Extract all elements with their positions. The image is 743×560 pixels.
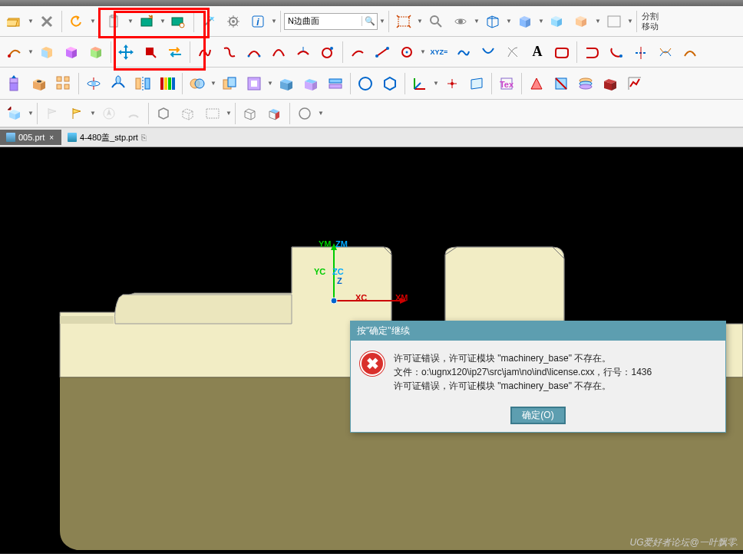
mirror-icon[interactable] <box>131 72 154 95</box>
point-icon[interactable] <box>441 72 464 95</box>
compass-icon[interactable] <box>97 102 121 125</box>
box2-dropdown[interactable]: ▼ <box>595 18 601 25</box>
orbit-icon[interactable] <box>449 10 472 33</box>
text-icon[interactable]: A <box>526 41 549 64</box>
intersect-icon[interactable] <box>243 72 266 95</box>
open-file-icon[interactable] <box>3 10 26 33</box>
color-bars-icon[interactable] <box>156 72 179 95</box>
outline2-icon[interactable] <box>580 41 603 64</box>
hex2-icon[interactable] <box>152 102 175 125</box>
spline2-icon[interactable] <box>218 41 241 64</box>
circle3-icon[interactable] <box>354 72 377 95</box>
tab-active[interactable]: 005.prt × <box>0 130 61 145</box>
wirebox-icon[interactable] <box>239 102 262 125</box>
line2-icon[interactable] <box>371 41 394 64</box>
shaded-dropdown[interactable]: ▼ <box>538 18 544 25</box>
swap-icon[interactable] <box>163 41 187 64</box>
box2-icon[interactable] <box>570 10 593 33</box>
bridge-curve-icon[interactable] <box>243 41 266 64</box>
paste-icon[interactable] <box>103 10 126 33</box>
csys-icon[interactable] <box>408 72 431 95</box>
spline1-icon[interactable] <box>193 41 216 64</box>
line1-icon[interactable] <box>346 41 369 64</box>
info-dropdown[interactable]: ▼ <box>271 18 277 25</box>
command-search[interactable]: 🔍 <box>284 13 378 30</box>
face-color-icon[interactable] <box>525 72 548 95</box>
stop-icon[interactable] <box>139 41 162 64</box>
wcs-box-icon[interactable] <box>3 102 26 125</box>
xyz-icon[interactable]: XYZ= <box>428 41 451 64</box>
sweep-icon[interactable] <box>107 72 130 95</box>
slice-icon[interactable] <box>263 102 286 125</box>
search-input[interactable] <box>285 17 362 26</box>
iso-box1-icon[interactable] <box>35 41 58 64</box>
outline1-icon[interactable] <box>550 41 573 64</box>
svg-rect-51 <box>329 84 342 88</box>
hole-icon[interactable] <box>28 72 51 95</box>
box1-icon[interactable] <box>546 10 569 33</box>
wireframe-cube-icon[interactable] <box>481 10 504 33</box>
hexagon-icon[interactable] <box>378 72 401 95</box>
ok-button[interactable]: 确定(O) <box>510 407 565 424</box>
solid2-icon[interactable] <box>167 10 190 33</box>
dotted-box-icon[interactable] <box>177 102 200 125</box>
plane-icon[interactable] <box>465 72 488 95</box>
wand-icon[interactable] <box>197 10 220 33</box>
undo-icon[interactable] <box>65 10 88 33</box>
subtract-icon[interactable] <box>218 72 241 95</box>
split-move-button[interactable]: 分割移动 <box>640 12 660 30</box>
delete-icon[interactable] <box>35 10 58 33</box>
outline3-icon[interactable] <box>605 41 628 64</box>
arc-icon[interactable] <box>267 41 290 64</box>
trim-icon[interactable] <box>629 41 652 64</box>
orbit-dropdown[interactable]: ▼ <box>474 18 480 25</box>
move-arrows-icon[interactable] <box>114 41 137 64</box>
end-icon[interactable] <box>679 41 702 64</box>
solid-create-icon[interactable] <box>135 10 158 33</box>
edge-icon[interactable] <box>550 72 573 95</box>
arc2-icon[interactable] <box>122 102 145 125</box>
unite-icon[interactable] <box>186 72 209 95</box>
search-icon[interactable]: 🔍 <box>362 16 377 26</box>
pattern-icon[interactable] <box>52 72 75 95</box>
close-tab-icon[interactable]: × <box>48 133 55 142</box>
circle-point-icon[interactable] <box>316 41 339 64</box>
iso-box3-icon[interactable] <box>84 41 107 64</box>
paste-dropdown[interactable]: ▼ <box>127 18 134 25</box>
solid-dropdown[interactable]: ▼ <box>160 18 166 25</box>
curve4-icon[interactable] <box>477 41 500 64</box>
revolve-icon[interactable] <box>82 72 105 95</box>
analyze-icon[interactable] <box>623 72 646 95</box>
shaded-cube-icon[interactable] <box>513 10 537 33</box>
zoom-icon[interactable] <box>424 10 447 33</box>
wire-dropdown[interactable]: ▼ <box>506 18 512 25</box>
curve-edit-icon[interactable] <box>292 41 315 64</box>
circ-opt-icon[interactable] <box>293 102 316 125</box>
flag1-icon[interactable] <box>41 102 64 125</box>
measure-icon[interactable] <box>599 72 622 95</box>
gear-icon[interactable] <box>222 10 245 33</box>
search-dropdown[interactable]: ▼ <box>379 18 385 25</box>
fit-dropdown[interactable]: ▼ <box>417 18 423 25</box>
curve5-icon[interactable] <box>501 41 524 64</box>
shell-icon[interactable] <box>275 72 298 95</box>
iso-box2-icon[interactable] <box>60 41 83 64</box>
render-icon[interactable]: Tex <box>495 72 518 95</box>
layer-icon[interactable] <box>574 72 597 95</box>
draft-icon[interactable] <box>299 72 322 95</box>
split-body-icon[interactable] <box>324 72 347 95</box>
tab-inactive[interactable]: 4-480盖_stp.prt ⎘ <box>61 129 153 147</box>
curve1-icon[interactable] <box>3 41 26 64</box>
open-dropdown[interactable]: ▼ <box>28 18 34 25</box>
empty-rect-icon[interactable] <box>603 10 626 33</box>
flag2-icon[interactable] <box>65 102 88 125</box>
extrude-icon[interactable] <box>3 72 26 95</box>
dotted-rect-icon[interactable] <box>201 102 224 125</box>
trim2-icon[interactable] <box>654 41 677 64</box>
empty-dropdown[interactable]: ▼ <box>627 18 633 25</box>
curve3-icon[interactable] <box>452 41 475 64</box>
undo-dropdown[interactable]: ▼ <box>90 18 96 25</box>
info-icon[interactable]: i <box>246 10 269 33</box>
fit-view-icon[interactable] <box>392 10 415 33</box>
circle2-icon[interactable] <box>395 41 418 64</box>
